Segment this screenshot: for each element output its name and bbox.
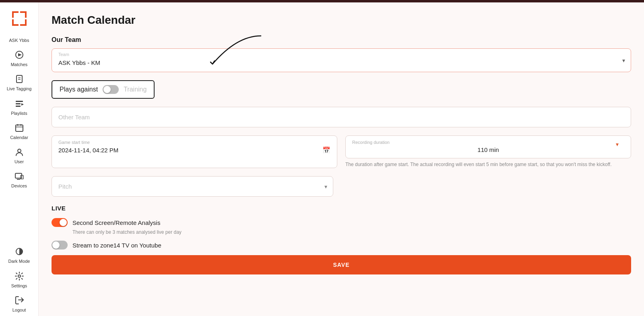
- team-select-group: Team ASK Ybbs - KM ▾: [52, 48, 631, 72]
- live-section-title: LIVE: [52, 205, 631, 212]
- logout-icon: [15, 296, 24, 306]
- svg-rect-13: [16, 101, 23, 102]
- live-tagging-icon: [15, 75, 23, 85]
- settings-label: Settings: [11, 283, 27, 289]
- logo[interactable]: [10, 10, 28, 27]
- svg-rect-7: [25, 19, 27, 26]
- plays-against-label: Plays against: [60, 86, 98, 93]
- other-team-input[interactable]: [52, 107, 631, 127]
- playlists-label: Playlists: [11, 111, 27, 116]
- dark-mode-label: Dark Mode: [8, 259, 30, 264]
- duration-chevron: ▾: [616, 141, 619, 148]
- main-content: Match Calendar Our Team Team ASK Ybbs - …: [39, 2, 644, 316]
- sidebar-item-devices[interactable]: Devices: [0, 168, 38, 192]
- stream-label: Stream to zone14 TV on Youtube: [72, 242, 161, 249]
- matches-label: Matches: [11, 62, 28, 67]
- sidebar-item-matches[interactable]: Matches: [0, 46, 38, 71]
- svg-rect-5: [12, 19, 14, 26]
- calendar-label: Calendar: [10, 135, 28, 140]
- svg-marker-9: [18, 53, 22, 56]
- dark-mode-icon: [15, 247, 24, 257]
- svg-point-21: [18, 149, 21, 152]
- playlists-icon: [15, 99, 24, 109]
- live-tagging-label: Live Tagging: [7, 86, 32, 91]
- svg-point-25: [18, 275, 21, 277]
- live-limit-hint: There can only be 3 matches analysed liv…: [72, 229, 631, 235]
- training-label: Training: [124, 86, 147, 93]
- sidebar-item-dark-mode[interactable]: Dark Mode: [0, 243, 38, 267]
- pitch-select-wrapper[interactable]: Pitch ▾: [52, 176, 333, 197]
- recording-duration-group: Recording duration 110 min 90 min 120 mi…: [345, 135, 631, 168]
- svg-rect-10: [17, 75, 22, 83]
- sidebar-item-playlists[interactable]: Playlists: [0, 95, 38, 119]
- svg-marker-16: [21, 103, 24, 106]
- recording-duration-select[interactable]: 110 min 90 min 120 min: [352, 146, 624, 153]
- svg-rect-17: [16, 125, 23, 131]
- sidebar-item-settings[interactable]: Settings: [0, 268, 38, 292]
- svg-rect-14: [16, 103, 21, 104]
- matches-icon: [15, 50, 24, 60]
- devices-label: Devices: [11, 183, 27, 189]
- page-title: Match Calendar: [52, 14, 631, 27]
- plays-against-row: Plays against Training: [52, 80, 155, 99]
- calendar-picker-icon[interactable]: 📅: [322, 146, 330, 154]
- game-start-group: Game start time 📅: [52, 135, 337, 168]
- devices-icon: [15, 172, 24, 182]
- user-label: User: [14, 159, 24, 164]
- sidebar-item-calendar[interactable]: Calendar: [0, 119, 38, 143]
- game-start-label: Game start time: [58, 140, 330, 145]
- team-select-wrapper[interactable]: Team ASK Ybbs - KM ▾: [52, 48, 631, 72]
- recording-duration-label: Recording duration: [352, 140, 624, 145]
- save-button[interactable]: SAVE: [52, 255, 631, 274]
- our-team-heading: Our Team: [52, 36, 631, 44]
- team-select[interactable]: ASK Ybbs - KM: [52, 49, 631, 72]
- svg-rect-1: [12, 11, 14, 18]
- other-team-group: [52, 107, 631, 127]
- sidebar: ASK Ybbs Matches Live Tagging Playlists …: [0, 2, 39, 316]
- pitch-select[interactable]: Pitch: [52, 177, 333, 196]
- duration-wrapper: Recording duration 110 min 90 min 120 mi…: [345, 135, 631, 158]
- recording-hint: The duration after game start. The actua…: [345, 161, 631, 168]
- svg-rect-3: [25, 11, 27, 18]
- second-screen-label: Second Screen/Remote Analysis: [72, 219, 160, 226]
- sidebar-item-team: ASK Ybbs: [0, 34, 38, 46]
- time-duration-row: Game start time 📅 Recording duration 110…: [52, 135, 631, 168]
- sidebar-item-user[interactable]: User: [0, 143, 38, 168]
- user-icon: [15, 148, 24, 158]
- sidebar-item-live-tagging[interactable]: Live Tagging: [0, 71, 38, 95]
- second-screen-option: Second Screen/Remote Analysis: [52, 218, 631, 227]
- logout-label: Logout: [12, 308, 26, 313]
- calendar-icon: [15, 123, 24, 133]
- team-field-label: Team: [58, 52, 69, 57]
- stream-toggle[interactable]: [52, 241, 68, 249]
- plays-against-toggle[interactable]: [103, 85, 119, 94]
- sidebar-item-logout[interactable]: Logout: [0, 292, 38, 316]
- second-screen-toggle[interactable]: [52, 218, 68, 227]
- settings-icon: [15, 272, 24, 282]
- plays-against-container: Plays against Training: [52, 80, 631, 107]
- svg-rect-15: [16, 106, 21, 107]
- game-start-input[interactable]: [58, 147, 322, 154]
- stream-option: Stream to zone14 TV on Youtube: [52, 241, 631, 249]
- sidebar-team-name: ASK Ybbs: [9, 38, 29, 43]
